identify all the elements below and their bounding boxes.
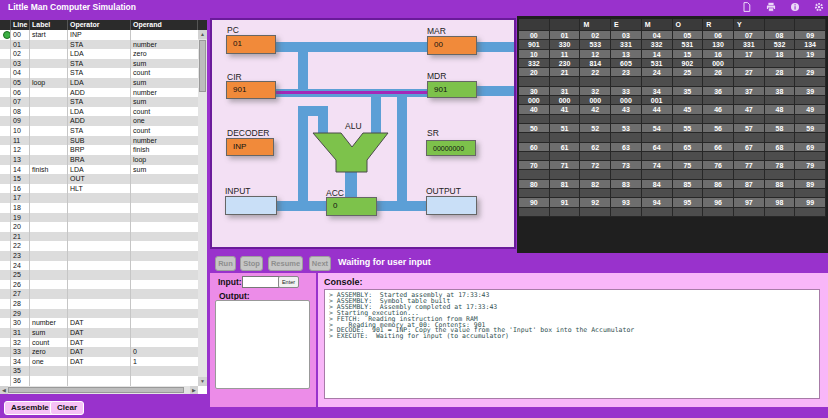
code-row[interactable]: 31sumDAT: [0, 328, 198, 338]
memory-address-cell[interactable]: 86: [703, 180, 734, 189]
memory-value-cell[interactable]: 331: [611, 40, 642, 49]
memory-address-cell[interactable]: 29: [795, 68, 826, 77]
memory-address-cell[interactable]: 33: [611, 87, 642, 96]
memory-value-cell[interactable]: 000: [703, 59, 734, 68]
vertical-scrollbar[interactable]: ▲ ▼: [198, 30, 207, 386]
code-row[interactable]: 29: [0, 309, 198, 319]
memory-value-cell[interactable]: [795, 77, 826, 86]
file-icon[interactable]: [742, 2, 752, 12]
memory-address-cell[interactable]: 77: [734, 161, 765, 170]
memory-value-cell[interactable]: [519, 133, 550, 142]
memory-value-cell[interactable]: [550, 77, 581, 86]
memory-value-cell[interactable]: 230: [550, 59, 581, 68]
memory-address-cell[interactable]: 02: [580, 31, 611, 40]
memory-address-cell[interactable]: 35: [673, 87, 704, 96]
memory-value-cell[interactable]: [795, 115, 826, 124]
memory-value-cell[interactable]: [580, 189, 611, 198]
code-row[interactable]: 17: [0, 193, 198, 203]
code-row[interactable]: 13BRAloop: [0, 155, 198, 165]
memory-address-cell[interactable]: 43: [611, 105, 642, 114]
memory-value-cell[interactable]: [580, 208, 611, 217]
memory-address-cell[interactable]: 84: [642, 180, 673, 189]
memory-address-cell[interactable]: 62: [580, 143, 611, 152]
code-row[interactable]: 34oneDAT1: [0, 357, 198, 367]
memory-value-cell[interactable]: [611, 189, 642, 198]
memory-address-cell[interactable]: 61: [550, 143, 581, 152]
memory-address-cell[interactable]: 03: [611, 31, 642, 40]
memory-value-cell[interactable]: [765, 77, 796, 86]
memory-address-cell[interactable]: 80: [519, 180, 550, 189]
memory-value-cell[interactable]: [519, 152, 550, 161]
next-button[interactable]: Next: [309, 256, 331, 271]
memory-value-cell[interactable]: [611, 77, 642, 86]
memory-address-cell[interactable]: 24: [642, 68, 673, 77]
memory-address-cell[interactable]: 99: [795, 198, 826, 207]
code-row[interactable]: 23: [0, 251, 198, 261]
memory-value-cell[interactable]: [550, 133, 581, 142]
code-row[interactable]: 20: [0, 222, 198, 232]
memory-address-cell[interactable]: 72: [580, 161, 611, 170]
memory-value-cell[interactable]: 000: [550, 96, 581, 105]
memory-address-cell[interactable]: 67: [734, 143, 765, 152]
memory-address-cell[interactable]: 82: [580, 180, 611, 189]
memory-address-cell[interactable]: 05: [673, 31, 704, 40]
stop-button[interactable]: Stop: [240, 256, 263, 271]
memory-address-cell[interactable]: 71: [550, 161, 581, 170]
memory-value-cell[interactable]: 332: [519, 59, 550, 68]
memory-address-cell[interactable]: 69: [795, 143, 826, 152]
memory-address-cell[interactable]: 15: [673, 50, 704, 59]
memory-value-cell[interactable]: [795, 189, 826, 198]
memory-value-cell[interactable]: [673, 115, 704, 124]
memory-value-cell[interactable]: [519, 77, 550, 86]
memory-address-cell[interactable]: 34: [642, 87, 673, 96]
memory-address-cell[interactable]: 76: [703, 161, 734, 170]
memory-address-cell[interactable]: 87: [734, 180, 765, 189]
code-row[interactable]: 01STAnumber: [0, 40, 198, 50]
memory-address-cell[interactable]: 31: [550, 87, 581, 96]
horizontal-scrollbar[interactable]: ◀ ▶: [0, 386, 198, 394]
memory-value-cell[interactable]: 000: [611, 96, 642, 105]
memory-address-cell[interactable]: 44: [642, 105, 673, 114]
code-row[interactable]: 10STAcount: [0, 126, 198, 136]
memory-value-cell[interactable]: [703, 77, 734, 86]
memory-value-cell[interactable]: [642, 133, 673, 142]
memory-address-cell[interactable]: 53: [611, 124, 642, 133]
memory-address-cell[interactable]: 98: [765, 198, 796, 207]
memory-address-cell[interactable]: 52: [580, 124, 611, 133]
memory-value-cell[interactable]: 605: [611, 59, 642, 68]
memory-value-cell[interactable]: [703, 208, 734, 217]
memory-value-cell[interactable]: [765, 133, 796, 142]
scroll-down-arrow[interactable]: ▼: [198, 377, 207, 386]
memory-value-cell[interactable]: [703, 115, 734, 124]
memory-value-cell[interactable]: [703, 170, 734, 179]
memory-address-cell[interactable]: 22: [580, 68, 611, 77]
memory-address-cell[interactable]: 08: [765, 31, 796, 40]
memory-address-cell[interactable]: 42: [580, 105, 611, 114]
memory-address-cell[interactable]: 73: [611, 161, 642, 170]
memory-value-cell[interactable]: 331: [734, 40, 765, 49]
memory-value-cell[interactable]: [703, 96, 734, 105]
memory-value-cell[interactable]: [642, 208, 673, 217]
memory-address-cell[interactable]: 11: [550, 50, 581, 59]
memory-value-cell[interactable]: [673, 208, 704, 217]
console-log[interactable]: > ASSEMBLY: Started assembly at 17:33:43…: [324, 289, 820, 399]
memory-value-cell[interactable]: [703, 152, 734, 161]
code-row[interactable]: 08LDAcount: [0, 107, 198, 117]
memory-address-cell[interactable]: 94: [642, 198, 673, 207]
memory-value-cell[interactable]: [673, 170, 704, 179]
memory-value-cell[interactable]: [550, 115, 581, 124]
memory-address-cell[interactable]: 90: [519, 198, 550, 207]
code-row[interactable]: 24: [0, 261, 198, 271]
memory-address-cell[interactable]: 18: [765, 50, 796, 59]
memory-address-cell[interactable]: 64: [642, 143, 673, 152]
memory-address-cell[interactable]: 95: [673, 198, 704, 207]
printer-icon[interactable]: [766, 2, 776, 12]
memory-address-cell[interactable]: 19: [795, 50, 826, 59]
memory-value-cell[interactable]: [673, 77, 704, 86]
clear-button[interactable]: Clear: [50, 401, 84, 415]
memory-value-cell[interactable]: [550, 208, 581, 217]
memory-address-cell[interactable]: 12: [580, 50, 611, 59]
memory-value-cell[interactable]: [580, 152, 611, 161]
memory-value-cell[interactable]: [703, 133, 734, 142]
memory-address-cell[interactable]: 16: [703, 50, 734, 59]
